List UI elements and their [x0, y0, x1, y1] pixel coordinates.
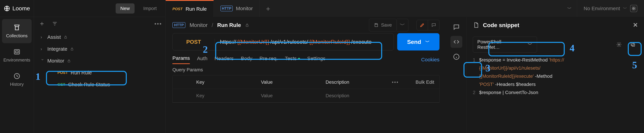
code-snippet-button[interactable] — [450, 36, 462, 48]
subtab-headers[interactable]: Headers — [214, 56, 234, 64]
tree-folder-assist[interactable]: › Assist — [34, 31, 166, 43]
subtab-params[interactable]: Params — [172, 55, 190, 64]
url-text: /execute — [351, 39, 372, 45]
info-icon — [453, 53, 460, 60]
workspace-name: Loome — [12, 5, 30, 12]
collection-tree: › Assist › Integrate › Monitor POST Run … — [34, 31, 166, 91]
rail-environments[interactable]: Environments — [0, 43, 34, 67]
tree-folder-monitor[interactable]: › Monitor — [34, 55, 166, 67]
snippet-code[interactable]: 12 $response = Invoke-RestMethod 'https:… — [467, 56, 644, 97]
method-tag: POST — [58, 70, 68, 75]
query-params-more-button[interactable]: ••• — [385, 79, 406, 85]
info-button[interactable] — [450, 51, 462, 63]
main-pane: POST Run Rule HTTP Monitor ＋ ﹀ No Enviro… — [166, 0, 644, 133]
col-value: Value — [256, 79, 321, 85]
method-selector[interactable]: POST — [172, 39, 215, 45]
filter-button[interactable] — [50, 19, 60, 29]
snippet-title: Code snippet — [483, 22, 519, 29]
lock-icon — [245, 23, 249, 27]
rail-history-label: History — [10, 82, 24, 87]
tab-run-rule[interactable]: POST Run Rule — [166, 0, 214, 17]
message-icon — [453, 23, 460, 31]
edit-button[interactable] — [416, 20, 428, 30]
tab-add-button[interactable]: ＋ — [260, 0, 276, 17]
subtab-tests[interactable]: Tests — [285, 56, 300, 64]
save-button[interactable]: Save — [369, 19, 397, 31]
qp-desc-input[interactable]: Description — [320, 93, 385, 98]
tree-folder-integrate[interactable]: › Integrate — [34, 43, 166, 55]
import-button[interactable]: Import — [138, 4, 162, 14]
svg-rect-10 — [634, 9, 635, 10]
code-text: $response = Invoke-RestMethod 'https:// … — [479, 56, 638, 97]
url-var: {{MonitorUrl}} — [237, 39, 269, 45]
url-input[interactable]: https:// {{MonitorUrl}} /api/v1/rulesets… — [215, 39, 394, 45]
bulk-edit-button[interactable]: Bulk Edit — [406, 79, 439, 85]
tree-label: Integrate — [47, 46, 67, 52]
pencil-icon — [420, 23, 425, 28]
qp-value-input[interactable]: Value — [256, 93, 321, 98]
request-header: HTTP Monitor / Run Rule Save ﹀ — [166, 17, 446, 33]
eye-icon — [632, 6, 636, 11]
query-params-header-row: Key Value Description ••• Bulk Edit — [172, 75, 439, 89]
cookies-link[interactable]: Cookies — [421, 57, 440, 63]
snippet-copy-button[interactable] — [628, 40, 638, 50]
rail-history[interactable]: History — [0, 67, 34, 92]
query-params-table: Key Value Description ••• Bulk Edit Key … — [172, 75, 440, 103]
subtab-auth[interactable]: Auth — [197, 56, 208, 64]
app-root: Loome Collections Environments History N… — [0, 0, 644, 133]
query-params-title: Query Params — [166, 65, 446, 75]
subtab-prereq[interactable]: Pre-req. — [260, 56, 278, 64]
sidebar-more-button[interactable]: ••• — [154, 21, 162, 27]
save-icon — [374, 23, 378, 28]
comment-button[interactable] — [428, 20, 440, 30]
tree-label: Assist — [47, 34, 61, 40]
left-rail: Loome Collections Environments History — [0, 0, 34, 133]
send-label: Send — [407, 39, 421, 45]
doc-icon — [473, 22, 479, 28]
snippet-settings-button[interactable] — [614, 40, 624, 50]
send-button[interactable]: Send ﹀ — [397, 33, 440, 51]
tab-bar: POST Run Rule HTTP Monitor ＋ ﹀ No Enviro… — [166, 0, 644, 17]
tab-label: Monitor — [236, 6, 253, 11]
tree-label: Check Rule Status — [68, 82, 110, 87]
new-button[interactable]: New — [116, 4, 134, 14]
environment-selector[interactable]: No Environment ﹀ — [577, 0, 644, 17]
rail-collections[interactable]: Collections — [2, 19, 32, 43]
lock-icon — [67, 59, 71, 63]
url-var: {{MonitorRuleId}} — [309, 39, 350, 45]
workspace-title[interactable]: Loome — [0, 0, 34, 17]
sidebar: New Import ••• › Assist › Integrate — [34, 0, 166, 133]
breadcrumb-parent[interactable]: Monitor — [190, 22, 208, 28]
chevron-down-icon: ﹀ — [623, 6, 627, 11]
save-dropdown-button[interactable]: ﹀ — [397, 19, 408, 31]
svg-rect-9 — [632, 9, 634, 10]
method-tag: GET — [58, 82, 66, 87]
qp-key-input[interactable]: Key — [191, 93, 256, 98]
request-area: HTTP Monitor / Run Rule Save ﹀ — [166, 17, 446, 133]
request-subtabs: Params Auth Headers Body Pre-req. Tests … — [166, 51, 446, 65]
documentation-button[interactable] — [450, 21, 462, 33]
tree-request-check-rule-status[interactable]: GET Check Rule Status — [34, 79, 166, 90]
subtab-settings[interactable]: Settings — [307, 56, 326, 64]
svg-point-14 — [618, 44, 620, 45]
code-icon — [453, 38, 460, 45]
tree-request-run-rule[interactable]: POST Run Rule — [34, 67, 166, 79]
snippet-language-selector[interactable]: PowerShell - RestMet… ﹀ — [473, 37, 537, 53]
tab-overflow-button[interactable]: ﹀ — [562, 0, 577, 17]
copy-icon — [630, 42, 636, 47]
svg-rect-11 — [246, 25, 248, 27]
svg-rect-4 — [64, 37, 66, 39]
chevron-down-icon: ﹀ — [528, 41, 532, 48]
svg-rect-12 — [376, 24, 377, 25]
subtab-body[interactable]: Body — [241, 56, 252, 64]
save-label: Save — [381, 22, 392, 28]
query-params-input-row[interactable]: Key Value Description — [172, 89, 439, 102]
environments-icon — [13, 48, 21, 56]
tab-monitor[interactable]: HTTP Monitor — [214, 0, 260, 17]
add-button[interactable] — [37, 19, 47, 29]
http-icon: HTTP — [220, 6, 233, 11]
environment-quicklook-button[interactable] — [630, 5, 637, 12]
svg-rect-16 — [631, 43, 634, 45]
snippet-close-button[interactable]: ✕ — [633, 22, 638, 29]
edit-mode-group — [416, 20, 440, 30]
